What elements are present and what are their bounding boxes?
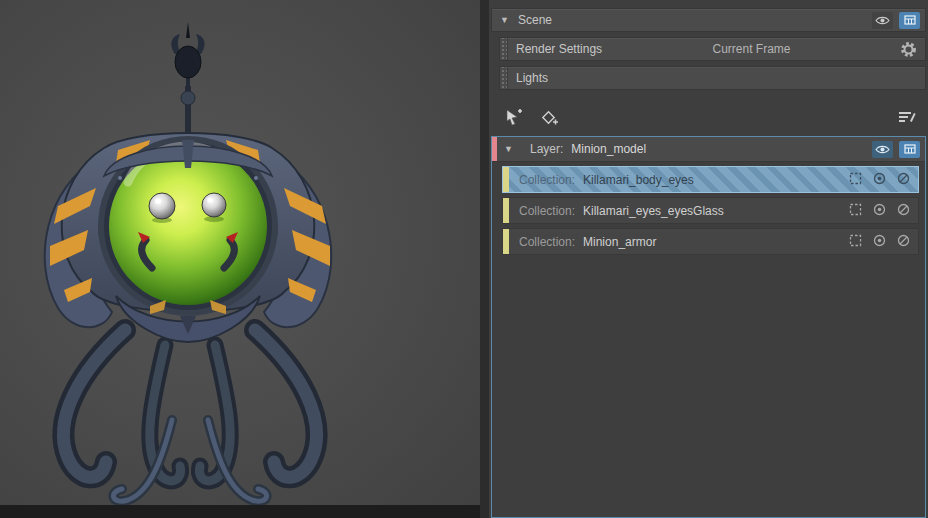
- layer-row[interactable]: ▼ Layer: Minion_model: [492, 137, 925, 162]
- lights-row[interactable]: Lights: [499, 66, 926, 90]
- layer-group: ▼ Layer: Minion_model Collection: Killam…: [491, 136, 926, 518]
- viewport-3d[interactable]: [0, 0, 480, 518]
- tentacles: [63, 330, 316, 501]
- scene-header[interactable]: ▼ Scene: [491, 8, 926, 32]
- layers-toolbar: [491, 103, 926, 131]
- collection-row-minion-armor[interactable]: Collection: Minion_armor: [502, 228, 919, 255]
- antenna: [171, 22, 204, 146]
- collection-select-members-icon[interactable]: [849, 234, 862, 250]
- panel-divider[interactable]: [480, 0, 489, 518]
- collection-name: Killamari_eyes_eyesGlass: [583, 204, 724, 218]
- create-collection-button[interactable]: [537, 105, 561, 129]
- collection-label: Collection:: [519, 204, 575, 218]
- collection-select-members-icon[interactable]: [849, 172, 862, 188]
- render-setup-window: ▼ Scene Render Settings Current Frame: [0, 0, 928, 518]
- scene-renderable-icon[interactable]: [899, 12, 920, 29]
- viewport-bottom-bar: [0, 505, 480, 518]
- lights-label: Lights: [516, 71, 548, 85]
- render-settings-gear-icon[interactable]: [896, 37, 920, 61]
- render-setup-panel: ▼ Scene Render Settings Current Frame: [489, 0, 928, 518]
- collection-label: Collection:: [519, 235, 575, 249]
- collection-name: Minion_armor: [583, 235, 656, 249]
- drag-handle-icon[interactable]: [500, 38, 508, 60]
- collection-row-killamari-eyes-eyesglass[interactable]: Collection: Killamari_eyes_eyesGlass: [502, 197, 919, 224]
- collection-disable-icon[interactable]: [897, 172, 910, 188]
- collection-label: Collection:: [519, 173, 575, 187]
- collection-disable-icon[interactable]: [897, 203, 910, 219]
- layer-label: Layer:: [530, 142, 563, 156]
- create-layer-button[interactable]: [501, 105, 525, 129]
- render-settings-row[interactable]: Render Settings Current Frame: [499, 37, 926, 61]
- layer-renderable-icon[interactable]: [899, 141, 920, 158]
- collection-isolate-icon[interactable]: [873, 172, 886, 188]
- drag-handle-icon[interactable]: [500, 67, 508, 89]
- collection-color-strip: [503, 229, 509, 254]
- collection-isolate-icon[interactable]: [873, 203, 886, 219]
- layer-expand-arrow-icon[interactable]: ▼: [504, 144, 514, 154]
- render-settings-label: Render Settings: [516, 42, 602, 56]
- collection-select-members-icon[interactable]: [849, 203, 862, 219]
- scene-label: Scene: [518, 13, 552, 27]
- collection-name: Killamari_body_eyes: [583, 173, 694, 187]
- scene-expand-arrow-icon[interactable]: ▼: [500, 15, 510, 25]
- collection-color-strip: [503, 198, 509, 223]
- filter-edit-button[interactable]: [894, 105, 918, 129]
- collection-row-killamari-body-eyes[interactable]: Collection: Killamari_body_eyes: [502, 166, 919, 193]
- collection-color-strip: [503, 167, 509, 192]
- render-settings-frame-value: Current Frame: [713, 42, 791, 56]
- scene-visibility-eye-icon[interactable]: [872, 12, 893, 29]
- collection-disable-icon[interactable]: [897, 234, 910, 250]
- layer-visibility-eye-icon[interactable]: [872, 141, 893, 158]
- layer-color-strip: [492, 137, 497, 161]
- collection-isolate-icon[interactable]: [873, 234, 886, 250]
- minion-3d-model: [0, 0, 480, 518]
- layer-name: Minion_model: [571, 142, 646, 156]
